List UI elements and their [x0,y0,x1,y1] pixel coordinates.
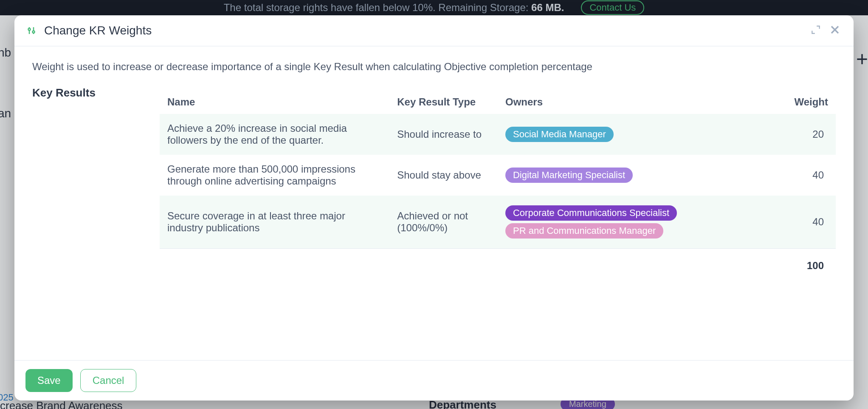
table-header-row: Name Key Result Type Owners Weight [160,90,836,114]
change-kr-weights-modal: Change KR Weights Weight is used to incr… [14,15,854,400]
table-row: Achieve a 20% increase in social media f… [160,114,836,155]
kr-name: Secure coverage in at least three major … [160,196,389,249]
owner-pill[interactable]: Corporate Communications Specialist [505,205,677,221]
kr-weight[interactable]: 40 [755,196,836,249]
modal-body: Weight is used to increase or decrease i… [14,46,854,360]
column-weight: Weight [755,90,836,114]
column-owners: Owners [498,90,755,114]
key-results-table: Name Key Result Type Owners Weight Achie… [160,90,836,280]
kr-type: Should increase to [389,114,498,155]
modal-header: Change KR Weights [14,15,854,46]
save-button[interactable]: Save [25,369,73,392]
sliders-icon [26,26,37,36]
kr-type: Should stay above [389,155,498,196]
column-name: Name [160,90,389,114]
cancel-button[interactable]: Cancel [80,369,137,392]
close-icon[interactable] [828,23,842,38]
modal-footer: Save Cancel [14,360,854,400]
total-weight: 100 [755,249,836,281]
kr-name: Achieve a 20% increase in social media f… [160,114,389,155]
svg-point-1 [28,28,31,31]
table-row: Generate more than 500,000 impressions t… [160,155,836,196]
kr-type: Achieved or not (100%/0%) [389,196,498,249]
kr-owners: Corporate Communications SpecialistPR an… [498,196,755,249]
owner-pill[interactable]: Digital Marketing Specialist [505,168,633,183]
column-type: Key Result Type [389,90,498,114]
svg-point-3 [33,31,35,33]
kr-weight[interactable]: 20 [755,114,836,155]
owner-pill[interactable]: Social Media Manager [505,127,614,142]
total-row: 100 [160,249,836,281]
kr-owners: Digital Marketing Specialist [498,155,755,196]
modal-description: Weight is used to increase or decrease i… [32,61,836,73]
expand-icon[interactable] [810,24,821,37]
kr-weight[interactable]: 40 [755,155,836,196]
kr-owners: Social Media Manager [498,114,755,155]
table-row: Secure coverage in at least three major … [160,196,836,249]
kr-name: Generate more than 500,000 impressions t… [160,155,389,196]
modal-title: Change KR Weights [44,24,810,37]
owner-pill[interactable]: PR and Communications Manager [505,223,663,239]
